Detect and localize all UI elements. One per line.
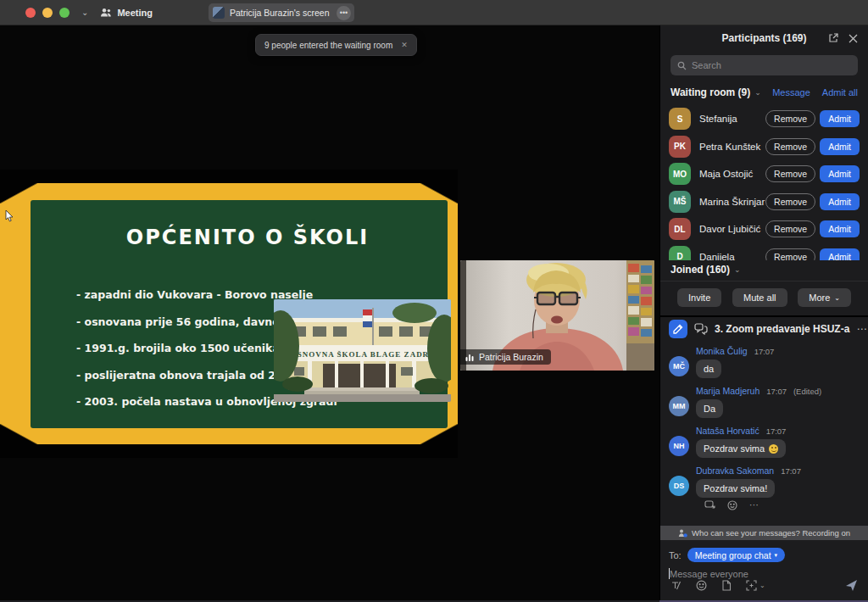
send-message-button[interactable]	[845, 579, 858, 592]
remove-button[interactable]: Remove	[765, 165, 815, 182]
admit-all-link[interactable]: Admit all	[822, 87, 858, 98]
admit-button[interactable]: Admit	[820, 248, 860, 260]
remove-button[interactable]: Remove	[765, 248, 815, 260]
window-controls	[25, 8, 70, 18]
pencil-icon	[673, 324, 683, 334]
slide-title: OPĆENITO O ŠKOLI	[64, 226, 431, 249]
admit-button[interactable]: Admit	[820, 110, 860, 127]
chat-header: 3. Zoom predavanje HSUZ-a ⋯	[660, 317, 868, 341]
message-sender[interactable]: Monika Čulig	[696, 346, 748, 356]
participant-name: Danijela	[699, 252, 735, 260]
privacy-banner-text: Who can see your messages? Recording on	[692, 528, 850, 538]
message-bubble[interactable]: Pozdrav svima	[696, 439, 786, 458]
chat-message: DS Dubravka Sakoman 17:07 Pozdrav svima!	[669, 465, 860, 498]
fullscreen-window-button[interactable]	[59, 8, 70, 18]
participants-search[interactable]	[670, 55, 858, 75]
admit-button[interactable]: Admit	[820, 220, 860, 237]
waiting-room-section: Waiting room (9) ⌄ Message Admit all	[670, 86, 858, 98]
smiley-emoji	[769, 444, 778, 454]
recipient-selector[interactable]: Meeting group chat ▾	[687, 548, 785, 562]
titlebar: ⌄ Meeting Patricija Burazin's screen •••	[0, 0, 868, 25]
waiting-participant-row: MŠ Marina Škrinjar Remove Admit	[660, 188, 868, 216]
message-input[interactable]	[670, 569, 860, 579]
chat-panel: 3. Zoom predavanje HSUZ-a ⋯	[660, 315, 868, 602]
waiting-participant-row: S Stefanija Remove Admit	[660, 105, 868, 133]
chevron-down-icon[interactable]: ⌄	[754, 88, 761, 97]
chevron-down-icon[interactable]: ⌄	[81, 8, 88, 17]
frame-corner	[0, 183, 37, 203]
message-sender[interactable]: Dubravka Sakoman	[696, 465, 774, 476]
more-actions-icon[interactable]: ⋯	[749, 499, 759, 510]
participant-name: Stefanija	[699, 114, 737, 124]
chevron-down-icon: ⌄	[834, 294, 840, 302]
share-thumbnail-icon	[213, 7, 225, 19]
compose-button[interactable]	[669, 320, 687, 338]
participant-name: Davor Ljubičić	[699, 224, 760, 234]
chat-messages: MČ Monika Čulig 17:07 da MM	[660, 341, 868, 526]
chat-bubbles-icon[interactable]	[694, 323, 708, 335]
avatar: S	[669, 108, 691, 130]
waiting-participant-row: PK Petra Kunštek Remove Admit	[660, 133, 868, 161]
chevron-down-icon: ⌄	[734, 265, 741, 274]
speaker-video-tile[interactable]: Patricija Burazin	[460, 260, 654, 371]
to-label: To:	[669, 550, 682, 560]
message-input-row	[660, 562, 868, 579]
speaker-name-label: Patricija Burazin	[460, 349, 551, 365]
message-sender[interactable]: Marija Madjeruh	[696, 386, 760, 396]
zoom-meeting-window: ⌄ Meeting Patricija Burazin's screen •••…	[0, 0, 868, 602]
message-bubble[interactable]: da	[696, 360, 721, 378]
waiting-participant-row: MO Maja Ostojić Remove Admit	[660, 160, 868, 188]
mute-all-button[interactable]: Mute all	[732, 288, 787, 307]
format-text-icon[interactable]	[670, 580, 682, 591]
avatar: MČ	[669, 356, 689, 376]
emoji-picker-icon[interactable]	[696, 580, 707, 591]
privacy-banner[interactable]: Who can see your messages? Recording on	[660, 526, 868, 540]
message-sender[interactable]: Nataša Horvatić	[696, 426, 760, 436]
minimize-window-button[interactable]	[42, 8, 53, 18]
speaker-name: Patricija Burazin	[479, 352, 543, 362]
avatar: MM	[669, 396, 689, 416]
toast-close-icon[interactable]: ✕	[401, 41, 408, 49]
chevron-down-icon: ▾	[775, 552, 778, 559]
person-check-icon	[678, 529, 687, 538]
invite-button[interactable]: Invite	[677, 288, 721, 307]
remove-button[interactable]: Remove	[765, 138, 815, 155]
admit-button[interactable]: Admit	[820, 193, 860, 210]
avatar: MŠ	[669, 191, 691, 213]
message-bubble[interactable]: Pozdrav svima!	[696, 479, 775, 498]
participant-name: Marina Škrinjar	[699, 197, 765, 207]
participants-header: Participants (169)	[660, 25, 868, 51]
chat-more-icon[interactable]: ⋯	[856, 323, 866, 335]
remove-button[interactable]: Remove	[765, 193, 815, 210]
joined-section[interactable]: Joined (160) ⌄	[660, 260, 868, 276]
admit-button[interactable]: Admit	[820, 165, 860, 182]
message-hover-actions: ⋯	[704, 499, 860, 510]
quote-reply-icon[interactable]	[704, 500, 715, 510]
tab-options-icon[interactable]: •••	[337, 6, 351, 20]
close-participants-icon[interactable]	[849, 33, 858, 43]
joined-label: Joined (160)	[670, 264, 730, 276]
school-photo: OSNOVNA ŠKOLA BLAGE ZADRE	[274, 299, 451, 402]
screen-share-tab[interactable]: Patricija Burazin's screen •••	[209, 3, 354, 22]
waiting-participant-row: DL Davor Ljubičić Remove Admit	[660, 215, 868, 243]
avatar: DS	[669, 476, 689, 496]
waiting-room-label[interactable]: Waiting room (9)	[670, 86, 750, 98]
more-button[interactable]: More ⌄	[798, 288, 851, 307]
chat-toolbar: ⌄	[660, 579, 868, 602]
screenshot-icon[interactable]: ⌄	[746, 580, 765, 591]
close-window-button[interactable]	[25, 8, 36, 18]
remove-button[interactable]: Remove	[765, 110, 815, 127]
avatar: D	[669, 246, 691, 260]
meeting-menu[interactable]: Meeting	[100, 8, 153, 18]
search-input[interactable]	[692, 60, 851, 70]
admit-button[interactable]: Admit	[820, 138, 860, 155]
participants-footer: Invite Mute all More ⌄	[660, 281, 868, 315]
remove-button[interactable]: Remove	[765, 220, 815, 237]
message-time: 17:07	[781, 466, 801, 476]
message-bubble[interactable]: Da	[696, 399, 723, 418]
emoji-reaction-icon[interactable]	[727, 500, 737, 510]
popout-icon[interactable]	[828, 33, 838, 43]
message-all-link[interactable]: Message	[772, 87, 810, 98]
attach-file-icon[interactable]	[721, 580, 732, 591]
waiting-participant-row: D Danijela Remove Admit	[660, 243, 868, 261]
